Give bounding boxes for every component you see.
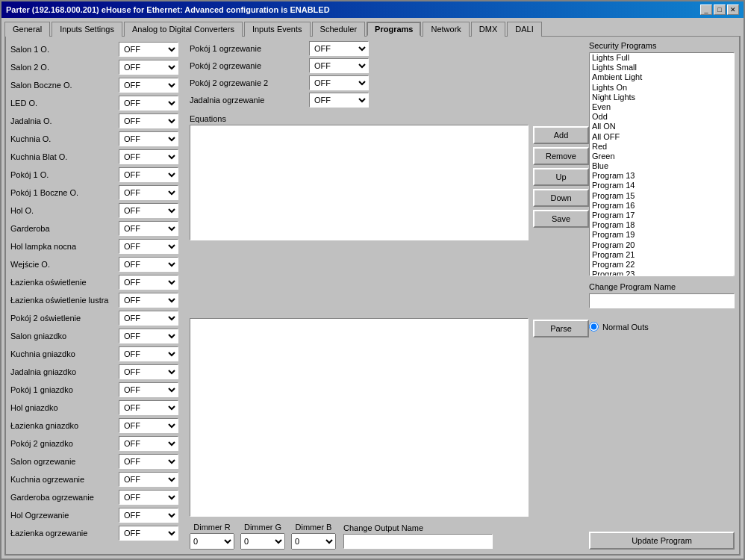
content-area: Salon 1 O.OFFONSalon 2 O.OFFONSalon Bocz… xyxy=(4,36,741,556)
tab-general[interactable]: General xyxy=(4,22,50,37)
left-row-label: Jadalnia O. xyxy=(10,116,119,125)
left-row-select[interactable]: OFFON xyxy=(119,60,178,75)
left-row: Jadalnia O.OFFON xyxy=(10,113,190,129)
left-row-select[interactable]: OFFON xyxy=(119,149,178,164)
tab-scheduler[interactable]: Scheduler xyxy=(312,22,366,37)
left-row-select[interactable]: OFFON xyxy=(119,311,178,326)
close-button[interactable]: ✕ xyxy=(727,4,739,15)
left-row: Pokój 2 gniazdkoOFFON xyxy=(10,435,190,452)
security-programs-listbox[interactable]: Lights FullLights SmallAmbient LightLigh… xyxy=(589,52,735,276)
normal-outs-radio[interactable] xyxy=(589,322,599,332)
left-row-select[interactable]: OFFON xyxy=(119,167,178,182)
remove-button[interactable]: Remove xyxy=(533,147,589,165)
left-row: Kuchnia gniazdkoOFFON xyxy=(10,346,190,362)
left-row: Salon ogrzewanieOFFON xyxy=(10,453,190,470)
equations-section: Equations Add Remove Up Down Save xyxy=(190,114,589,314)
left-row-select[interactable]: OFFON xyxy=(119,526,178,541)
left-row-select[interactable]: OFFON xyxy=(119,454,178,469)
minimize-button[interactable]: _ xyxy=(700,4,712,15)
parse-button[interactable]: Parse xyxy=(533,320,589,337)
room-row-select[interactable]: OFFON xyxy=(309,58,369,73)
tab-inputs-settings[interactable]: Inputs Settings xyxy=(52,22,122,37)
left-row-select[interactable]: OFFON xyxy=(119,221,178,236)
left-row-select[interactable]: OFFON xyxy=(119,78,178,93)
left-row-select[interactable]: OFFON xyxy=(119,203,178,218)
add-button[interactable]: Add xyxy=(533,126,589,144)
parse-textarea[interactable] xyxy=(190,318,529,517)
update-program-button[interactable]: Update Program xyxy=(589,532,735,550)
room-row: Jadalnia ogrzewanieOFFON xyxy=(190,93,589,108)
left-row-select[interactable]: OFFON xyxy=(119,329,178,343)
equations-textarea[interactable] xyxy=(190,125,529,240)
left-row-label: Pokój 1 gniazdko xyxy=(10,385,119,394)
left-row-label: Kuchnia ogrzewanie xyxy=(10,475,119,484)
output-name-group: Change Output Name xyxy=(343,523,493,549)
left-row-select[interactable]: OFFON xyxy=(119,436,178,451)
save-button[interactable]: Save xyxy=(533,210,589,228)
tab-dmx[interactable]: DMX xyxy=(471,22,505,37)
left-row: Pokój 1 Boczne O.OFFON xyxy=(10,184,190,201)
dimmer-select[interactable]: 012345 xyxy=(240,533,285,550)
left-row-label: Salon 1 O. xyxy=(10,45,119,54)
left-row-select[interactable]: OFFON xyxy=(119,275,178,290)
up-button[interactable]: Up xyxy=(533,168,589,186)
tab-inputs-events[interactable]: Inputs Events xyxy=(244,22,311,37)
left-row-select[interactable]: OFFON xyxy=(119,257,178,272)
normal-outs-label: Normal Outs xyxy=(602,323,649,332)
left-row: Hol lampka nocnaOFFON xyxy=(10,238,190,255)
dimmer-label: Dimmer R xyxy=(193,523,231,532)
equations-label: Equations xyxy=(190,114,589,123)
parse-area-wrapper: Parse xyxy=(190,318,589,517)
change-program-name-label: Change Program Name xyxy=(589,282,735,291)
room-row-select[interactable]: OFFON xyxy=(309,41,369,56)
left-row-label: Hol gniazdko xyxy=(10,403,119,412)
left-row-select[interactable]: OFFON xyxy=(119,239,178,254)
left-row-select[interactable]: OFFON xyxy=(119,185,178,200)
left-row-select[interactable]: OFFON xyxy=(119,293,178,308)
main-window: Parter (192.168.000.201) eHouse for Ethe… xyxy=(0,0,745,560)
left-row: Łazienka ogrzewanieOFFON xyxy=(10,525,190,541)
dimmers-row: Dimmer R012345Dimmer G012345Dimmer B0123… xyxy=(190,523,336,550)
tab-network[interactable]: Network xyxy=(423,22,469,37)
left-row-select[interactable]: OFFON xyxy=(119,472,178,487)
tab-programs[interactable]: Programs xyxy=(367,22,421,37)
left-row-select[interactable]: OFFON xyxy=(119,96,178,111)
left-row-select[interactable]: OFFON xyxy=(119,346,178,361)
middle-panel: Pokój 1 ogrzewanieOFFONPokój 2 ogrzewani… xyxy=(190,41,589,550)
left-row: Łazienka oświetlenie lustraOFFON xyxy=(10,292,190,308)
tab-analog-to-digital-converters[interactable]: Analog to Digital Converters xyxy=(124,22,243,37)
dimmer-select[interactable]: 012345 xyxy=(291,533,336,550)
left-row: LED O.OFFON xyxy=(10,95,190,111)
left-row-select[interactable]: OFFON xyxy=(119,508,178,523)
left-row: Kuchnia ogrzewanieOFFON xyxy=(10,471,190,488)
left-row-select[interactable]: OFFON xyxy=(119,418,178,433)
tab-dali[interactable]: DALI xyxy=(507,22,541,37)
left-row-select[interactable]: OFFON xyxy=(119,364,178,379)
room-row-label: Pokój 2 ogrzewanie 2 xyxy=(190,78,309,87)
left-row-select[interactable]: OFFON xyxy=(119,490,178,505)
down-button[interactable]: Down xyxy=(533,189,589,207)
output-name-input[interactable] xyxy=(343,534,493,549)
dimmer-select[interactable]: 012345 xyxy=(190,533,234,550)
left-row-label: Łazienka oświetlenie lustra xyxy=(10,296,119,305)
left-row: Łazienka oświetlenieOFFON xyxy=(10,274,190,290)
room-row-select[interactable]: OFFON xyxy=(309,75,369,90)
change-program-name-input[interactable] xyxy=(589,293,735,308)
left-row: Garderoba ogrzewanieOFFON xyxy=(10,489,190,505)
left-row-select[interactable]: OFFON xyxy=(119,131,178,146)
room-row-label: Pokój 1 ogrzewanie xyxy=(190,44,309,53)
maximize-button[interactable]: □ xyxy=(714,4,726,15)
left-row-label: Kuchnia gniazdko xyxy=(10,349,119,358)
left-row-label: Garderoba ogrzewanie xyxy=(10,493,119,502)
left-row-label: Pokój 1 Boczne O. xyxy=(10,188,119,197)
room-row-select[interactable]: OFFON xyxy=(309,93,369,108)
left-row-select[interactable]: OFFON xyxy=(119,113,178,128)
tab-bar: GeneralInputs SettingsAnalog to Digital … xyxy=(1,18,744,36)
window-title: Parter (192.168.000.201) eHouse for Ethe… xyxy=(6,5,330,14)
left-row-select[interactable]: OFFON xyxy=(119,400,178,415)
left-row-select[interactable]: OFFON xyxy=(119,42,178,57)
left-row-label: Pokój 2 gniazdko xyxy=(10,439,119,448)
left-row: Salon Boczne O.OFFON xyxy=(10,77,190,93)
left-row-select[interactable]: OFFON xyxy=(119,382,178,397)
left-row: GarderobaOFFON xyxy=(10,220,190,237)
